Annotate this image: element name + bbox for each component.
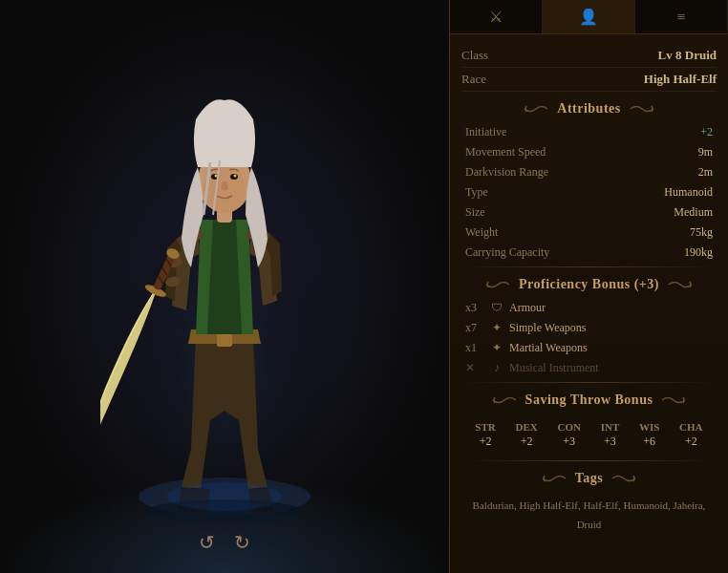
divider-1 — [461, 266, 717, 267]
tags-text: Baldurian, High Half-Elf, Half-Elf, Huma… — [473, 499, 706, 530]
prof-icon: 🛡 — [490, 301, 503, 315]
race-label: Race — [461, 72, 486, 87]
tab-bar: ⚔ 👤 ≡ — [450, 0, 728, 34]
prof-name: Armour — [509, 301, 546, 315]
class-value: Lv 8 Druid — [658, 48, 717, 63]
save-value: +2 — [685, 435, 697, 449]
save-value: +3 — [563, 435, 575, 449]
prof-icon: ✦ — [490, 321, 503, 335]
prof-swirl-left-icon — [484, 278, 511, 291]
rotate-left-button[interactable]: ↺ — [199, 531, 215, 554]
svg-point-16 — [167, 482, 282, 511]
attr-value: Humanoid — [664, 185, 713, 200]
attr-value: 9m — [698, 145, 713, 159]
attr-label: Darkvision Range — [465, 165, 548, 180]
save-value: +2 — [521, 435, 533, 449]
attribute-row: Darkvision Range 2m — [461, 162, 717, 182]
prof-name: Martial Weapons — [509, 341, 588, 355]
prof-icon: ♪ — [490, 361, 503, 375]
prof-name: Musical Instrument — [509, 361, 599, 375]
attr-value: +2 — [700, 125, 713, 139]
save-stat: CON — [557, 421, 580, 433]
attribute-row: Movement Speed 9m — [461, 142, 717, 162]
attribute-row: Initiative +2 — [461, 122, 717, 142]
attributes-list: Initiative +2 Movement Speed 9m Darkvisi… — [461, 122, 717, 263]
stats-content: Class Lv 8 Druid Race High Half-Elf Attr… — [450, 34, 728, 546]
details-icon: ≡ — [676, 9, 685, 26]
divider-3 — [461, 460, 717, 461]
tags-swirl-left-icon — [541, 472, 567, 485]
attribute-row: Type Humanoid — [461, 182, 717, 202]
svg-point-1 — [139, 478, 310, 516]
save-stat: CHA — [679, 421, 702, 433]
combat-icon: ⚔ — [489, 8, 503, 26]
attributes-title: Attributes — [557, 101, 620, 117]
attr-value: Medium — [674, 205, 713, 220]
tab-combat[interactable]: ⚔ — [450, 0, 543, 33]
proficiency-item: x3 🛡 Armour — [461, 298, 717, 318]
portrait-panel: ↺ ↻ — [0, 0, 449, 573]
bottom-navigation: ↺ ↻ — [199, 531, 250, 554]
save-value: +2 — [480, 435, 492, 449]
attr-label: Weight — [465, 225, 498, 240]
tab-details[interactable]: ≡ — [635, 0, 728, 33]
save-stat: INT — [601, 421, 620, 433]
save-stat: STR — [475, 421, 495, 433]
save-swirl-left-icon — [491, 393, 518, 407]
saving-throw-title: Saving Throw Bonus — [525, 393, 653, 408]
prof-swirl-right-icon — [667, 278, 694, 291]
attr-label: Type — [465, 185, 488, 200]
attr-label: Carrying Capacity — [465, 245, 549, 260]
save-item: CON +3 — [557, 421, 580, 449]
attributes-header: Attributes — [461, 101, 717, 117]
save-item: CHA +2 — [679, 421, 702, 449]
stats-panel: ⚔ 👤 ≡ Class Lv 8 Druid Race High Half-El… — [449, 0, 728, 573]
save-stat: WIS — [639, 421, 659, 433]
save-value: +3 — [604, 435, 616, 449]
prof-count: x3 — [465, 301, 484, 315]
proficiency-item: x7 ✦ Simple Weapons — [461, 318, 717, 338]
save-item: DEX +2 — [516, 421, 538, 449]
class-row: Class Lv 8 Druid — [461, 44, 717, 68]
save-item: STR +2 — [475, 421, 495, 449]
attr-value: 75kg — [690, 225, 713, 240]
prof-count: x7 — [465, 321, 484, 335]
proficiency-title: Proficiency Bonus (+3) — [519, 277, 659, 292]
attr-value: 2m — [698, 165, 713, 180]
save-swirl-right-icon — [660, 393, 687, 407]
rotate-right-button[interactable]: ↻ — [234, 531, 250, 554]
svg-point-11 — [234, 175, 237, 178]
attr-label: Initiative — [465, 125, 506, 139]
tags-content: Baldurian, High Half-Elf, Half-Elf, Huma… — [461, 492, 717, 537]
tags-title: Tags — [575, 471, 604, 486]
proficiency-list: x3 🛡 Armour x7 ✦ Simple Weapons x1 ✦ Mar… — [461, 298, 717, 378]
prof-count: ✕ — [465, 361, 484, 375]
race-value: High Half-Elf — [644, 72, 717, 87]
prof-name: Simple Weapons — [509, 321, 586, 335]
saving-throw-header: Saving Throw Bonus — [461, 393, 717, 408]
saving-throw-grid: STR +2 DEX +2 CON +3 INT +3 WIS +6 CHA +… — [461, 414, 717, 456]
swirl-right-icon — [629, 102, 655, 116]
proficiency-item: x1 ✦ Martial Weapons — [461, 338, 717, 358]
tags-header: Tags — [461, 471, 717, 486]
attr-label: Movement Speed — [465, 145, 546, 159]
proficiency-header: Proficiency Bonus (+3) — [461, 277, 717, 292]
character-icon: 👤 — [579, 8, 598, 26]
attr-label: Size — [465, 205, 485, 220]
attribute-row: Weight 75kg — [461, 223, 717, 243]
prof-icon: ✦ — [490, 341, 503, 355]
attribute-row: Size Medium — [461, 202, 717, 223]
save-stat: DEX — [516, 421, 538, 433]
save-item: WIS +6 — [639, 421, 659, 449]
save-item: INT +3 — [601, 421, 620, 449]
tags-swirl-right-icon — [610, 472, 637, 485]
swirl-left-icon — [523, 102, 549, 116]
proficiency-item: ✕ ♪ Musical Instrument — [461, 358, 717, 378]
prof-count: x1 — [465, 341, 484, 355]
race-row: Race High Half-Elf — [461, 68, 717, 92]
attr-value: 190kg — [684, 245, 713, 260]
divider-2 — [461, 382, 717, 383]
class-label: Class — [461, 48, 488, 63]
character-portrait — [100, 48, 349, 525]
tab-character[interactable]: 👤 — [543, 0, 635, 33]
